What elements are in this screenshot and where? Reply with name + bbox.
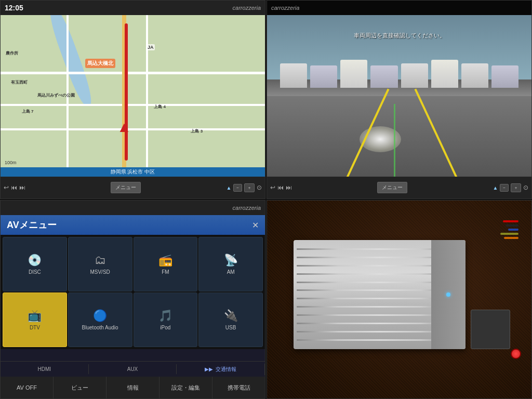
map-nav-arrow: ▼: [117, 120, 131, 137]
map-scale: 100m: [5, 160, 17, 165]
av-ipod-label: iPod: [160, 325, 170, 330]
av-msv-icon: 🗂: [95, 254, 106, 267]
cam-back-icon[interactable]: ↩: [270, 184, 275, 191]
av-tab-aux-label: AUX: [127, 366, 138, 372]
map-location-text: 静岡県 浜松市 中区: [111, 168, 155, 176]
av-usb-icon: 🔌: [224, 309, 238, 323]
cam-signal-icon: ▲: [493, 185, 498, 191]
map-label-kamijima3: 上島 3: [191, 128, 203, 134]
map-label-kamijima4: 上島 4: [154, 104, 166, 110]
cam-brand: carrozzeria: [271, 5, 299, 11]
av-btn-av-off[interactable]: AV OFF: [1, 377, 54, 398]
cam-car: [401, 63, 428, 88]
av-btn-view-label: ビュー: [71, 384, 88, 392]
amp-wire-blue: [508, 229, 518, 231]
map-label-farm: 農作所: [6, 50, 18, 56]
cam-car: [340, 60, 367, 88]
amp-terminal-red: [511, 349, 521, 359]
cam-car: [461, 63, 488, 88]
av-tab-aux[interactable]: AUX: [89, 364, 177, 374]
av-header: carrozzeria: [1, 201, 265, 215]
av-item-msv-sd[interactable]: 🗂 MSV/SD: [68, 237, 132, 291]
amp-wire-black: [506, 224, 518, 227]
amp-wires: [452, 220, 518, 379]
map-label-park: 馬込川みずべの公園: [37, 92, 75, 98]
map-location-bar: 静岡県 浜松市 中区: [1, 167, 265, 177]
cam-antenna-icon: ⊙: [523, 184, 528, 191]
map-label-ja: JA: [146, 44, 155, 50]
av-am-icon: 📡: [224, 254, 238, 267]
av-btn-info[interactable]: 情報: [107, 377, 159, 398]
map-road: [146, 15, 148, 177]
av-btn-info-label: 情報: [127, 384, 139, 392]
nav-menu-button[interactable]: メニュー: [111, 182, 141, 193]
nav-time: 12:05: [5, 4, 23, 12]
cam-warning-text: 車両周辺を直接確認してください。: [354, 32, 445, 39]
av-bluetooth-icon: 🔵: [93, 309, 107, 323]
av-item-dtv[interactable]: 📺 DTV: [3, 292, 67, 347]
cam-view: 車両周辺を直接確認してください。: [267, 15, 531, 177]
map-label-aritama: 有玉西町: [11, 79, 28, 85]
nav-signal-icon: ▲: [226, 185, 231, 191]
av-item-fm[interactable]: 📻 FM: [134, 237, 198, 291]
navigation-panel: 12:05 carrozzeria ▼ JA 馬込大橋北 有玉西町 馬込川みずべ…: [0, 0, 265, 199]
cam-prev-icon[interactable]: ⏮: [277, 184, 284, 191]
av-disc-label: DISC: [29, 269, 41, 275]
av-menu-title-bar: AVメニュー ✕: [1, 215, 265, 235]
amp-wire-red: [503, 220, 518, 222]
nav-map: ▼ JA 馬込大橋北 有玉西町 馬込川みずべの公園 上島 7 上島 4 上島 3…: [1, 15, 265, 177]
map-road: [1, 104, 265, 106]
av-grid: 💿 DISC 🗂 MSV/SD 📻 FM 📡 AM 📺 DTV 🔵 Blueto…: [1, 235, 265, 349]
cam-next-icon[interactable]: ⏭: [286, 184, 292, 191]
av-btn-av-off-label: AV OFF: [17, 384, 37, 391]
av-bottom-bar: AV OFF ビュー 情報 設定・編集 携帯電話: [1, 377, 265, 398]
av-menu-title-text: AVメニュー: [7, 219, 57, 231]
cam-minus-btn[interactable]: −: [500, 184, 509, 192]
cam-menu-button[interactable]: メニュー: [377, 182, 407, 193]
av-btn-phone[interactable]: 携帯電話: [212, 377, 265, 398]
nav-header: 12:05 carrozzeria: [1, 1, 265, 15]
av-btn-view[interactable]: ビュー: [54, 377, 107, 398]
cam-parked-cars: [280, 47, 518, 88]
av-msv-label: MSV/SD: [90, 269, 110, 275]
av-tab-hdmi-label: HDMI: [38, 366, 51, 372]
av-fm-label: FM: [162, 269, 169, 275]
cam-header: carrozzeria: [267, 1, 531, 15]
cam-plus-btn[interactable]: ＋: [511, 183, 521, 192]
av-disc-icon: 💿: [28, 254, 42, 267]
av-btn-phone-label: 携帯電話: [228, 384, 250, 392]
amp-connector: [471, 310, 510, 349]
av-item-bluetooth[interactable]: 🔵 Bluetooth Audio: [68, 292, 132, 347]
av-tab-traffic-label: 交通情報: [216, 366, 236, 372]
av-menu-close-button[interactable]: ✕: [252, 220, 259, 230]
av-item-usb[interactable]: 🔌 USB: [198, 292, 263, 347]
nav-minus-btn[interactable]: −: [233, 184, 242, 192]
av-tab-traffic[interactable]: ▶▶ 交通情報: [177, 364, 265, 375]
av-btn-settings[interactable]: 設定・編集: [159, 377, 212, 398]
av-dtv-icon: 📺: [28, 309, 42, 323]
cam-footer: ↩ ⏮ ⏭ メニュー ▲ − ＋ ⊙: [267, 177, 531, 198]
amp-wire-yellow: [500, 233, 518, 235]
av-dtv-label: DTV: [30, 325, 40, 330]
cam-car: [370, 65, 397, 88]
nav-prev-icon[interactable]: ⏮: [11, 184, 17, 191]
av-brand: carrozzeria: [233, 205, 261, 211]
av-menu-panel: carrozzeria AVメニュー ✕ 💿 DISC 🗂 MSV/SD 📻 F…: [0, 200, 265, 399]
nav-next-icon[interactable]: ⏭: [19, 184, 25, 191]
av-tabs: HDMI AUX ▶▶ 交通情報: [1, 361, 265, 377]
amp-device: [294, 240, 466, 349]
nav-back-icon[interactable]: ↩: [4, 184, 9, 191]
map-road: [1, 72, 265, 74]
av-item-ipod[interactable]: 🎵 iPod: [134, 292, 198, 347]
nav-antenna-icon: ⊙: [257, 184, 262, 191]
av-item-disc[interactable]: 💿 DISC: [3, 237, 67, 291]
nav-brand: carrozzeria: [233, 5, 261, 11]
av-usb-label: USB: [225, 325, 236, 330]
nav-plus-btn[interactable]: ＋: [244, 183, 255, 192]
nav-footer: ↩ ⏮ ⏭ メニュー ▲ − ＋ ⊙: [1, 177, 265, 198]
amp-wire-orange: [504, 237, 518, 239]
av-tab-hdmi[interactable]: HDMI: [1, 364, 89, 374]
av-ipod-icon: 🎵: [158, 309, 172, 323]
av-item-am[interactable]: 📡 AM: [198, 237, 263, 291]
av-tab-indicator: ▶▶: [205, 366, 213, 372]
